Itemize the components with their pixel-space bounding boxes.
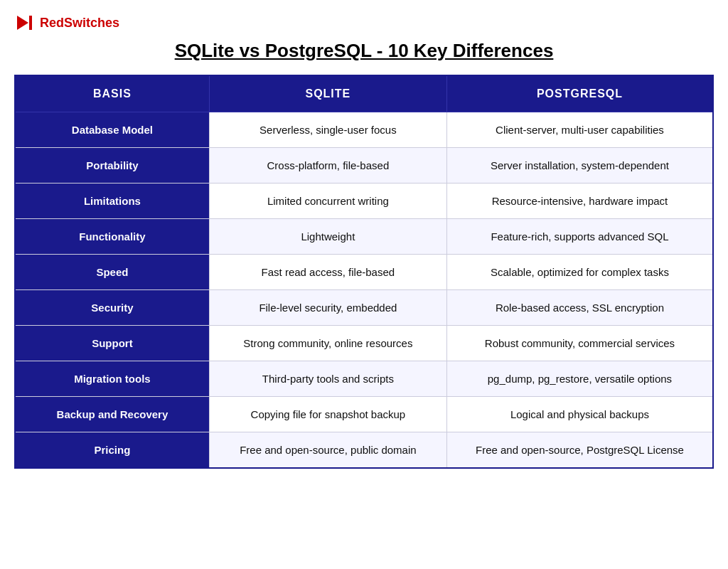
sqlite-cell: Third-party tools and scripts — [209, 361, 446, 397]
table-row: Migration toolsThird-party tools and scr… — [15, 361, 713, 397]
postgresql-cell: Robust community, commercial services — [446, 326, 713, 361]
header-postgresql: POSTGRESQL — [446, 75, 713, 112]
postgresql-cell: Client-server, multi-user capabilities — [446, 112, 713, 148]
sqlite-cell: Free and open-source, public domain — [209, 432, 446, 469]
sqlite-cell: Strong community, online resources — [209, 326, 446, 361]
basis-cell: Speed — [15, 255, 209, 290]
sqlite-cell: Copying file for snapshot backup — [209, 397, 446, 432]
logo-text: RedSwitches — [40, 16, 119, 31]
basis-cell: Migration tools — [15, 361, 209, 397]
header-basis: BASIS — [15, 75, 209, 112]
postgresql-cell: pg_dump, pg_restore, versatile options — [446, 361, 713, 397]
sqlite-cell: Limited concurrent writing — [209, 184, 446, 219]
svg-marker-0 — [17, 16, 28, 30]
postgresql-cell: Free and open-source, PostgreSQL License — [446, 432, 713, 469]
basis-cell: Backup and Recovery — [15, 397, 209, 432]
basis-cell: Pricing — [15, 432, 209, 469]
sqlite-cell: Fast read access, file-based — [209, 255, 446, 290]
postgresql-cell: Role-based access, SSL encryption — [446, 290, 713, 326]
table-row: SupportStrong community, online resource… — [15, 326, 713, 361]
basis-cell: Support — [15, 326, 209, 361]
table-row: PortabilityCross-platform, file-basedSer… — [15, 148, 713, 184]
postgresql-cell: Scalable, optimized for complex tasks — [446, 255, 713, 290]
table-row: FunctionalityLightweightFeature-rich, su… — [15, 219, 713, 255]
table-row: SpeedFast read access, file-basedScalabl… — [15, 255, 713, 290]
logo-area: RedSwitches — [14, 14, 714, 31]
redswitches-logo-icon — [14, 14, 34, 31]
basis-cell: Portability — [15, 148, 209, 184]
svg-rect-1 — [29, 16, 32, 30]
postgresql-cell: Logical and physical backups — [446, 397, 713, 432]
comparison-table: BASIS SQLITE POSTGRESQL Database ModelSe… — [14, 75, 714, 469]
sqlite-cell: Serverless, single-user focus — [209, 112, 446, 148]
postgresql-cell: Server installation, system-dependent — [446, 148, 713, 184]
sqlite-cell: Lightweight — [209, 219, 446, 255]
basis-cell: Limitations — [15, 184, 209, 219]
postgresql-cell: Resource-intensive, hardware impact — [446, 184, 713, 219]
basis-cell: Functionality — [15, 219, 209, 255]
table-row: LimitationsLimited concurrent writingRes… — [15, 184, 713, 219]
table-row: Database ModelServerless, single-user fo… — [15, 112, 713, 148]
postgresql-cell: Feature-rich, supports advanced SQL — [446, 219, 713, 255]
basis-cell: Security — [15, 290, 209, 326]
table-row: PricingFree and open-source, public doma… — [15, 432, 713, 469]
header-sqlite: SQLITE — [209, 75, 446, 112]
table-row: SecurityFile-level security, embeddedRol… — [15, 290, 713, 326]
table-row: Backup and RecoveryCopying file for snap… — [15, 397, 713, 432]
sqlite-cell: Cross-platform, file-based — [209, 148, 446, 184]
basis-cell: Database Model — [15, 112, 209, 148]
page-title: SQLite vs PostgreSQL - 10 Key Difference… — [14, 40, 714, 62]
table-header-row: BASIS SQLITE POSTGRESQL — [15, 75, 713, 112]
sqlite-cell: File-level security, embedded — [209, 290, 446, 326]
